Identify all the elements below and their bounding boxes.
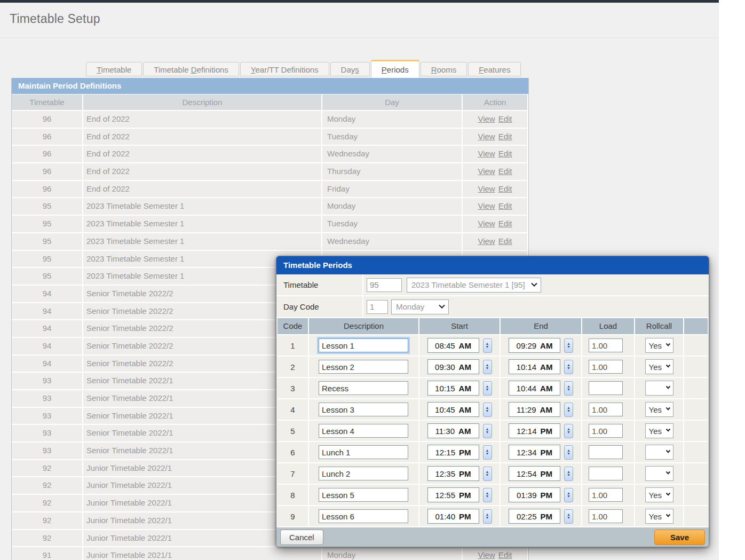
- start-time-input[interactable]: 12:55PM: [427, 487, 479, 502]
- start-time-input[interactable]: 08:45AM: [427, 338, 479, 353]
- rollcall-select[interactable]: Yes: [645, 487, 673, 502]
- page: Timetable Setup Timetable Timetable Defi…: [0, 0, 719, 560]
- start-time-input[interactable]: 11:30AM: [427, 423, 479, 438]
- view-link[interactable]: View: [478, 132, 495, 141]
- tab-days[interactable]: Days: [330, 62, 370, 76]
- tab-timetable[interactable]: Timetable: [86, 62, 142, 76]
- end-time-spinner[interactable]: ▲▼: [564, 488, 573, 502]
- day-select[interactable]: Monday: [391, 299, 449, 314]
- view-link[interactable]: View: [478, 184, 495, 193]
- rollcall-select[interactable]: Yes: [645, 359, 673, 374]
- load-input[interactable]: [589, 509, 623, 523]
- edit-link[interactable]: Edit: [498, 132, 512, 141]
- end-time-spinner[interactable]: ▲▼: [564, 381, 573, 396]
- edit-link[interactable]: Edit: [498, 236, 512, 246]
- start-time-input[interactable]: 12:35PM: [427, 466, 479, 481]
- rollcall-select[interactable]: [645, 381, 673, 396]
- description-input[interactable]: [319, 360, 408, 374]
- end-time-input[interactable]: 10:44AM: [509, 381, 560, 396]
- edit-link[interactable]: Edit: [498, 149, 512, 158]
- end-time-input[interactable]: 01:39PM: [509, 487, 560, 502]
- start-time-spinner[interactable]: ▲▼: [483, 488, 492, 502]
- rollcall-select[interactable]: [645, 445, 673, 460]
- load-input[interactable]: [589, 360, 623, 374]
- end-time-input[interactable]: 11:29AM: [509, 402, 560, 417]
- end-time-spinner[interactable]: ▲▼: [564, 467, 573, 481]
- load-input[interactable]: [589, 403, 623, 416]
- end-time-input[interactable]: 10:14AM: [509, 359, 560, 374]
- end-time-input[interactable]: 09:29AM: [509, 338, 560, 353]
- description-input[interactable]: [319, 381, 408, 395]
- start-time-spinner[interactable]: ▲▼: [483, 338, 492, 353]
- view-link[interactable]: View: [478, 167, 495, 176]
- start-time-input[interactable]: 01:40PM: [427, 509, 479, 524]
- start-time-spinner[interactable]: ▲▼: [483, 509, 492, 524]
- start-time-spinner[interactable]: ▲▼: [483, 424, 492, 438]
- end-time-input[interactable]: 12:34PM: [509, 445, 560, 460]
- end-time-spinner[interactable]: ▲▼: [564, 360, 573, 374]
- start-time-spinner[interactable]: ▲▼: [483, 381, 492, 396]
- view-link[interactable]: View: [478, 114, 495, 123]
- description-input[interactable]: [319, 467, 408, 480]
- load-input[interactable]: [589, 467, 623, 480]
- end-time-input[interactable]: 02:25PM: [509, 509, 560, 524]
- start-time-spinner[interactable]: ▲▼: [483, 360, 492, 374]
- edit-link[interactable]: Edit: [498, 167, 512, 176]
- load-input[interactable]: [589, 381, 623, 395]
- period-column-header: Rollcall: [635, 318, 683, 334]
- view-link[interactable]: View: [478, 201, 495, 210]
- edit-link[interactable]: Edit: [498, 184, 512, 193]
- tab-timetable-definitions[interactable]: Timetable Definitions: [143, 62, 239, 76]
- load-input[interactable]: [589, 338, 623, 352]
- edit-link[interactable]: Edit: [498, 201, 512, 210]
- tab-year-tt-definitions[interactable]: Year/TT Definitions: [240, 62, 329, 76]
- rollcall-select[interactable]: Yes: [645, 402, 673, 417]
- edit-link[interactable]: Edit: [498, 550, 512, 559]
- start-time-input[interactable]: 10:45AM: [427, 402, 479, 417]
- view-link[interactable]: View: [478, 236, 495, 246]
- cancel-button[interactable]: Cancel: [280, 530, 323, 545]
- rollcall-select[interactable]: [645, 466, 673, 481]
- spin-down-icon: ▼: [486, 474, 489, 477]
- edit-link[interactable]: Edit: [498, 219, 512, 228]
- view-link[interactable]: View: [478, 550, 495, 559]
- description-input[interactable]: [319, 424, 408, 438]
- end-time-input[interactable]: 12:14PM: [509, 423, 560, 438]
- spin-down-icon: ▼: [486, 452, 489, 455]
- end-time-spinner[interactable]: ▲▼: [564, 509, 573, 524]
- tab-rooms[interactable]: Rooms: [421, 62, 467, 76]
- description-input[interactable]: [319, 509, 408, 523]
- tab-features[interactable]: Features: [468, 62, 521, 76]
- view-link[interactable]: View: [478, 219, 495, 228]
- description-input[interactable]: [319, 338, 408, 352]
- end-time-spinner[interactable]: ▲▼: [564, 403, 573, 417]
- end-time-spinner[interactable]: ▲▼: [564, 445, 573, 460]
- edit-link[interactable]: Edit: [498, 114, 512, 123]
- end-time-spinner[interactable]: ▲▼: [564, 424, 573, 438]
- load-input[interactable]: [589, 488, 623, 502]
- header-divider: [0, 37, 719, 38]
- start-time-spinner[interactable]: ▲▼: [483, 445, 492, 460]
- timetable-code-input[interactable]: [367, 278, 402, 292]
- end-time-spinner[interactable]: ▲▼: [564, 338, 573, 353]
- timetable-select[interactable]: 2023 Timetable Semester 1 [95]: [407, 278, 541, 293]
- rollcall-select[interactable]: Yes: [645, 338, 673, 353]
- day-code-input[interactable]: [367, 300, 388, 314]
- description-input[interactable]: [319, 488, 408, 502]
- description-input[interactable]: [319, 445, 408, 459]
- rollcall-select[interactable]: Yes: [645, 509, 673, 524]
- start-time-input[interactable]: 09:30AM: [427, 359, 479, 374]
- tab-periods[interactable]: Periods: [371, 60, 419, 78]
- start-time-input[interactable]: 12:15PM: [427, 445, 479, 460]
- rollcall-select[interactable]: Yes: [645, 423, 673, 438]
- start-time-input[interactable]: 10:15AM: [427, 381, 479, 396]
- description-input[interactable]: [319, 403, 408, 416]
- load-input[interactable]: [589, 445, 623, 459]
- save-button[interactable]: Save: [654, 530, 705, 545]
- start-time-spinner[interactable]: ▲▼: [483, 467, 492, 481]
- load-input[interactable]: [589, 424, 623, 438]
- start-time-spinner[interactable]: ▲▼: [483, 403, 492, 417]
- spin-down-icon: ▼: [567, 345, 570, 349]
- end-time-input[interactable]: 12:54PM: [509, 466, 560, 481]
- view-link[interactable]: View: [478, 149, 495, 158]
